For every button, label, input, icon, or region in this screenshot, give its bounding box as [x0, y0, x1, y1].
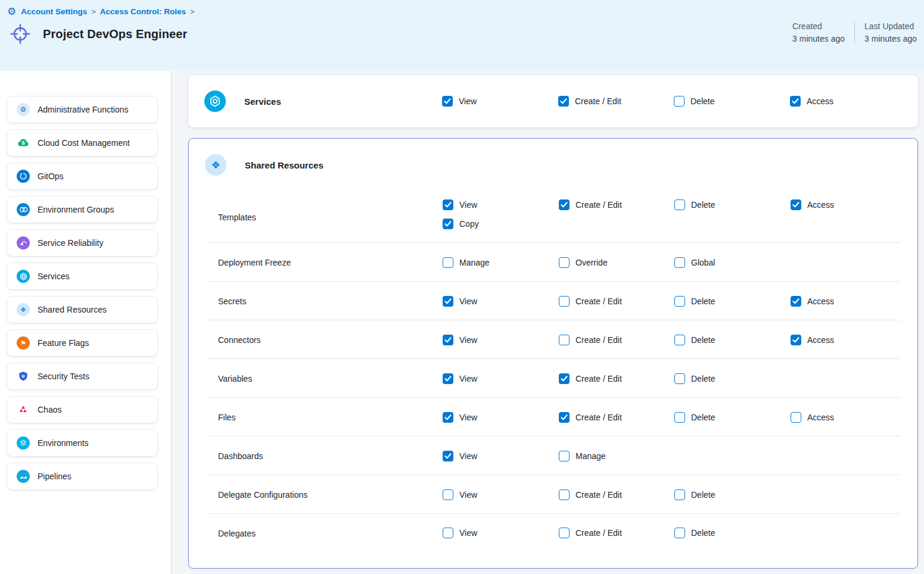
delete-checkbox[interactable]	[674, 489, 685, 500]
permission-label: Create / Edit	[575, 96, 621, 106]
shared-resources-icon: ❖	[17, 303, 30, 316]
sidebar-item-chaos[interactable]: Chaos	[7, 397, 157, 423]
breadcrumb-link-access-control-roles[interactable]: Access Control: Roles	[100, 7, 186, 16]
access-checkbox[interactable]	[791, 199, 801, 210]
permission-label: View	[459, 374, 477, 383]
created-label: Created	[792, 21, 845, 31]
shared-resources-icon: ❖	[205, 154, 226, 176]
sidebar-item-environment-groups[interactable]: Environment Groups	[7, 196, 157, 223]
access-checkbox[interactable]	[791, 335, 801, 345]
last-updated-label: Last Updated	[864, 21, 917, 31]
create-edit-checkbox[interactable]	[559, 412, 570, 423]
sidebar-item-administrative-functions[interactable]: ⚙Administrative Functions	[7, 96, 157, 123]
permission-cell: View	[442, 96, 477, 107]
permission-label: View	[459, 96, 477, 106]
delete-checkbox[interactable]	[674, 296, 685, 307]
sidebar-item-security-tests[interactable]: Security Tests	[7, 363, 157, 389]
view-checkbox[interactable]	[442, 96, 453, 107]
permission-access: Access	[791, 199, 834, 210]
permission-label: Access	[807, 200, 834, 210]
permission-label: Create / Edit	[575, 528, 622, 538]
create-edit-checkbox[interactable]	[559, 335, 570, 345]
create-edit-checkbox[interactable]	[559, 296, 570, 307]
sidebar-item-environments[interactable]: Environments	[7, 430, 157, 456]
permission-cell: View	[443, 373, 477, 384]
create-edit-checkbox[interactable]	[559, 373, 570, 384]
manage-checkbox[interactable]	[559, 451, 570, 461]
permission-cell: Access	[791, 199, 834, 210]
view-checkbox[interactable]	[443, 373, 453, 384]
global-checkbox[interactable]	[674, 257, 685, 268]
permission-create-edit: Create / Edit	[559, 199, 622, 210]
services-icon	[204, 91, 226, 112]
sidebar-item-feature-flags[interactable]: ⚑Feature Flags	[7, 330, 157, 356]
view-checkbox[interactable]	[443, 412, 453, 423]
permission-cell: Delete	[674, 96, 714, 107]
permission-delete: Delete	[674, 412, 715, 423]
resource-name: Variables	[218, 374, 252, 383]
permissions-panel: Services ViewCreate / EditDeleteAccess ❖…	[172, 71, 924, 574]
gitops-icon	[17, 170, 30, 183]
sidebar-item-gitops[interactable]: GitOps	[7, 163, 157, 189]
permission-delete: Delete	[674, 296, 715, 307]
create-edit-checkbox[interactable]	[559, 528, 570, 538]
svg-text:$: $	[21, 140, 24, 146]
permission-create-edit: Create / Edit	[559, 528, 622, 538]
create-edit-checkbox[interactable]	[559, 199, 570, 210]
permission-delete: Delete	[674, 373, 715, 384]
delete-checkbox[interactable]	[674, 335, 685, 345]
last-updated-value: 3 minutes ago	[864, 34, 917, 43]
manage-checkbox[interactable]	[443, 257, 453, 268]
sidebar-item-shared-resources[interactable]: ❖Shared Resources	[7, 297, 157, 323]
page-title: Project DevOps Engineer	[43, 27, 187, 41]
permission-cell: Delete	[674, 373, 715, 384]
access-checkbox[interactable]	[791, 296, 801, 307]
sidebar-item-services[interactable]: Services	[7, 263, 157, 289]
permission-delete: Delete	[674, 96, 714, 107]
permission-label: Access	[807, 96, 833, 106]
create-edit-checkbox[interactable]	[558, 96, 569, 107]
permission-label: Delete	[691, 413, 715, 422]
breadcrumb-link-account-settings[interactable]: Account Settings	[21, 7, 87, 16]
permission-cell: Delete	[674, 199, 715, 210]
permission-view: View	[443, 451, 477, 461]
permission-create-edit: Create / Edit	[559, 412, 622, 423]
permission-cell: Create / Edit	[559, 373, 622, 384]
shared-resources-permissions-card: ❖ Shared Resources TemplatesViewCopyCrea…	[188, 138, 918, 569]
permission-label: Delete	[691, 490, 715, 500]
permission-label: View	[459, 297, 477, 306]
view-checkbox[interactable]	[443, 451, 453, 461]
delete-checkbox[interactable]	[674, 528, 685, 538]
sidebar-item-pipelines[interactable]: Pipelines	[7, 463, 157, 489]
access-checkbox[interactable]	[791, 412, 801, 423]
environment-groups-icon	[17, 203, 30, 216]
delete-checkbox[interactable]	[674, 412, 685, 423]
created-meta: Created 3 minutes ago	[783, 21, 854, 43]
view-checkbox[interactable]	[443, 335, 453, 345]
delete-checkbox[interactable]	[674, 96, 685, 107]
administrative-functions-icon: ⚙	[17, 103, 30, 116]
permission-delete: Delete	[674, 528, 715, 538]
view-checkbox[interactable]	[443, 296, 453, 307]
view-checkbox[interactable]	[443, 489, 453, 500]
sidebar-item-cloud-cost-management[interactable]: $Cloud Cost Management	[7, 130, 157, 156]
delete-checkbox[interactable]	[674, 373, 685, 384]
override-checkbox[interactable]	[559, 257, 570, 268]
permission-label: Delete	[691, 335, 715, 345]
view-checkbox[interactable]	[443, 528, 453, 538]
permission-view: View	[443, 528, 477, 538]
breadcrumb: ⚙ Account Settings > Access Control: Rol…	[7, 7, 917, 17]
view-checkbox[interactable]	[443, 199, 453, 210]
create-edit-checkbox[interactable]	[559, 489, 570, 500]
copy-checkbox[interactable]	[443, 219, 453, 229]
permission-label: Delete	[690, 96, 714, 106]
permission-create-edit: Create / Edit	[559, 296, 622, 307]
permission-label: Create / Edit	[575, 200, 622, 210]
sidebar-item-label: Services	[38, 272, 70, 281]
permission-label: Manage	[575, 451, 606, 461]
permission-cell: Create / Edit	[559, 296, 622, 307]
delete-checkbox[interactable]	[674, 199, 685, 210]
sidebar-item-service-reliability[interactable]: Service Reliability	[7, 230, 157, 256]
permission-label: Access	[807, 413, 834, 422]
access-checkbox[interactable]	[790, 96, 801, 107]
